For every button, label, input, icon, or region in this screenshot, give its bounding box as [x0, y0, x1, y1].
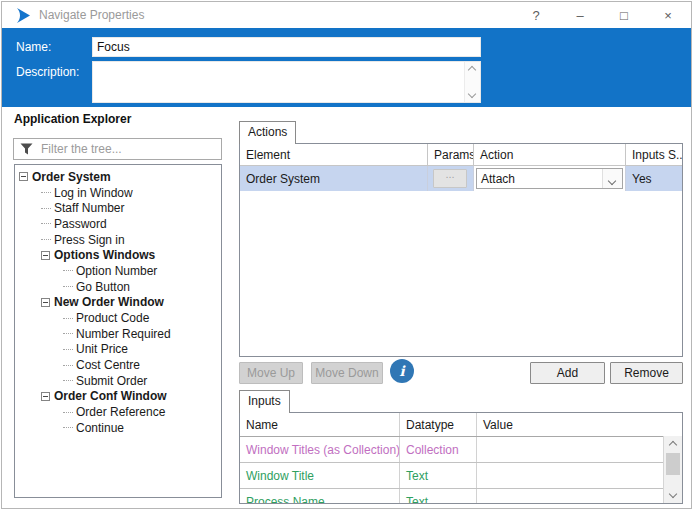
tree-connector [63, 333, 73, 334]
tree-item[interactable]: Order Conf Window [15, 389, 221, 405]
tree-item[interactable]: Cost Centre [15, 357, 221, 373]
params-button[interactable]: ... [433, 169, 467, 188]
tree-item-label: Log in Window [54, 186, 133, 200]
tree-item[interactable]: Option Number [15, 263, 221, 279]
tree-item-label: Staff Number [54, 201, 124, 215]
tree-item[interactable]: New Order Window [15, 295, 221, 311]
tree-item-label: Product Code [76, 311, 149, 325]
tree-item-label: Order System [32, 170, 111, 184]
inputs-row[interactable]: Window Titles (as Collection)Collection [240, 437, 682, 463]
help-button[interactable]: ? [521, 8, 551, 23]
minimize-button[interactable]: – [565, 8, 595, 23]
tree-connector [41, 223, 51, 224]
tree-filter-input[interactable] [39, 141, 217, 157]
description-input[interactable] [92, 61, 481, 103]
application-explorer-title: Application Explorer [14, 112, 131, 126]
column-header-name: Name [240, 413, 400, 436]
collapse-expander-icon[interactable] [19, 172, 28, 181]
action-dropdown[interactable]: Attach [476, 168, 623, 189]
tree-item[interactable]: Unit Price [15, 342, 221, 358]
tree-connector [63, 380, 73, 381]
input-name-cell: Window Title [240, 463, 400, 488]
dropdown-arrow[interactable] [602, 169, 622, 188]
column-header-params: Params [428, 144, 474, 165]
tree-item-label: Password [54, 217, 107, 231]
tab-actions[interactable]: Actions [239, 121, 296, 144]
tree-item[interactable]: Password [15, 216, 221, 232]
input-datatype-cell: Collection [400, 437, 477, 462]
tree-item-label: Number Required [76, 327, 171, 341]
close-button[interactable]: × [653, 8, 683, 23]
tab-inputs[interactable]: Inputs [239, 390, 290, 413]
tree-item-label: Go Button [76, 280, 130, 294]
column-header-action: Action [474, 144, 626, 165]
inputs-scrollbar[interactable] [663, 436, 682, 503]
chevron-down-icon [608, 177, 616, 185]
input-value-cell[interactable] [477, 463, 682, 488]
name-input[interactable] [92, 37, 481, 57]
input-value-cell[interactable] [477, 489, 682, 504]
input-datatype-cell: Text [400, 463, 477, 488]
tree-item-label: Press Sign in [54, 233, 125, 247]
tree-item[interactable]: Number Required [15, 326, 221, 342]
remove-button[interactable]: Remove [610, 362, 683, 384]
tree-connector [63, 412, 73, 413]
tree-item[interactable]: Product Code [15, 310, 221, 326]
tree-item[interactable]: Submit Order [15, 373, 221, 389]
input-name-cell: Process Name [240, 489, 400, 504]
action-inputs-set-cell: Yes [626, 166, 682, 191]
collapse-expander-icon[interactable] [41, 392, 50, 401]
column-header-element: Element [240, 144, 428, 165]
input-value-cell[interactable] [477, 437, 682, 462]
tree-item[interactable]: Options Windows [15, 247, 221, 263]
description-scrollbar[interactable] [464, 62, 480, 102]
title-bar: Navigate Properties ? – □ × [2, 2, 691, 28]
maximize-button[interactable]: □ [609, 8, 639, 23]
input-datatype-cell: Text [400, 489, 477, 504]
tree-item-label: Unit Price [76, 342, 128, 356]
tree-connector [41, 192, 51, 193]
action-dropdown-value: Attach [477, 172, 602, 186]
move-up-button[interactable]: Move Up [239, 362, 303, 384]
add-button[interactable]: Add [530, 362, 605, 384]
description-label: Description: [16, 65, 79, 79]
scrollbar-thumb[interactable] [666, 453, 680, 475]
tree-filter-box[interactable] [13, 138, 222, 160]
app-logo-icon [15, 7, 32, 24]
collapse-expander-icon[interactable] [41, 298, 50, 307]
tree-item[interactable]: Go Button [15, 279, 221, 295]
chevron-up-icon[interactable] [468, 66, 476, 74]
tree-item-label: New Order Window [54, 295, 164, 309]
tree-item-label: Continue [76, 421, 124, 435]
tree-item[interactable]: Log in Window [15, 185, 221, 201]
tree-connector [63, 286, 73, 287]
navigate-properties-dialog: Navigate Properties ? – □ × Name: Descri… [1, 1, 692, 509]
chevron-down-icon[interactable] [468, 90, 476, 98]
inputs-row[interactable]: Window TitleText [240, 463, 682, 489]
tree-item[interactable]: Order Reference [15, 404, 221, 420]
tree-item[interactable]: Continue [15, 420, 221, 436]
tree-item[interactable]: Order System [15, 169, 221, 185]
tree-connector [63, 270, 73, 271]
move-down-button[interactable]: Move Down [311, 362, 383, 384]
collapse-expander-icon[interactable] [41, 251, 50, 260]
actions-table: Element Params Action Inputs S.. Order S… [239, 143, 683, 357]
inputs-row[interactable]: Process NameText [240, 489, 682, 504]
tree-connector [41, 239, 51, 240]
properties-header: Name: Description: [2, 28, 691, 107]
tree-item[interactable]: Staff Number [15, 200, 221, 216]
action-params-cell: ... [428, 166, 474, 191]
inputs-table: Name Datatype Value Window Titles (as Co… [239, 412, 683, 504]
info-icon[interactable]: i [390, 359, 414, 383]
scroll-up-icon[interactable] [664, 436, 682, 451]
tree-item-label: Order Reference [76, 405, 165, 419]
tree-item[interactable]: Press Sign in [15, 232, 221, 248]
column-header-inputs-set: Inputs S.. [626, 144, 682, 165]
tree-item-label: Options Windows [54, 248, 155, 262]
tree-connector [41, 208, 51, 209]
scroll-down-icon[interactable] [664, 488, 682, 503]
actions-row-selected[interactable]: Order System ... Attach Yes [240, 166, 682, 191]
tree-connector [63, 427, 73, 428]
action-element-cell[interactable]: Order System [240, 166, 428, 191]
tree-item-label: Order Conf Window [54, 389, 167, 403]
